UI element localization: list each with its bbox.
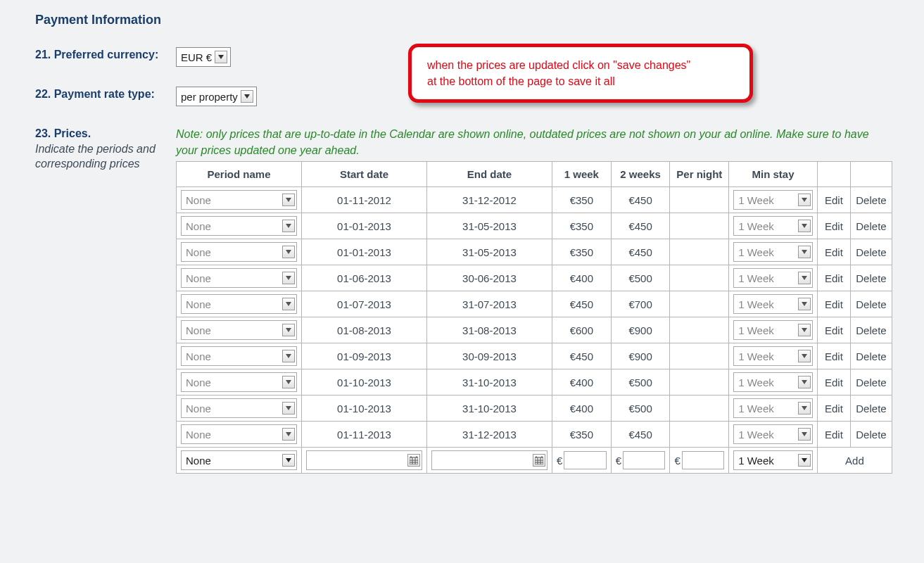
delete-link[interactable]: Delete [850,317,892,343]
table-row: None01-07-201331-07-2013€450€7001 WeekEd… [177,291,892,317]
table-row: None01-11-201331-12-2013€350€4501 WeekEd… [177,422,892,448]
add-button[interactable]: Add [817,448,892,474]
price-pernight [670,422,729,448]
price-pernight-input[interactable] [682,451,724,469]
period-select[interactable]: None [181,268,297,288]
end-date: 31-10-2013 [426,396,552,422]
minstay-value: 1 Week [738,246,774,258]
svg-rect-30 [535,457,543,464]
save-changes-callout: when the prices are updated click on "sa… [408,44,753,103]
delete-link[interactable]: Delete [850,369,892,396]
edit-link[interactable]: Edit [817,369,850,396]
period-select[interactable]: None [181,190,297,210]
minstay-value: 1 Week [738,455,774,467]
delete-link[interactable]: Delete [850,265,892,291]
edit-link[interactable]: Edit [817,343,850,369]
period-select[interactable]: None [181,424,297,444]
th-edit [817,162,850,187]
svg-marker-6 [286,250,291,254]
ratetype-select[interactable]: per property [176,87,257,106]
minstay-select[interactable]: 1 Week [733,190,813,210]
table-row: None01-09-201330-09-2013€450€9001 WeekEd… [177,343,892,369]
edit-link[interactable]: Edit [817,291,850,317]
minstay-select[interactable]: 1 Week [733,268,813,288]
calendar-icon[interactable] [407,454,420,467]
ratetype-value: per property [181,91,238,103]
price-1week-input[interactable] [564,451,606,469]
period-select[interactable]: None [181,294,297,314]
minstay-select[interactable]: 1 Week [733,424,813,444]
period-value: None [186,246,211,258]
start-date-input[interactable] [310,454,407,467]
period-select[interactable]: None [181,398,297,418]
period-select[interactable]: None [181,216,297,236]
table-row: None01-10-201331-10-2013€400€5001 WeekEd… [177,369,892,396]
edit-link[interactable]: Edit [817,317,850,343]
delete-link[interactable]: Delete [850,396,892,422]
chevron-down-icon [282,272,295,284]
chevron-down-icon [282,324,295,336]
period-select[interactable]: None [181,320,297,340]
section-title: Payment Information [35,13,924,27]
edit-link[interactable]: Edit [817,396,850,422]
price-2weeks: €450 [611,187,670,213]
svg-marker-16 [286,380,291,384]
svg-marker-12 [286,328,291,332]
minstay-select[interactable]: 1 Week [733,294,813,314]
minstay-select[interactable]: 1 Week [733,372,813,392]
delete-link[interactable]: Delete [850,343,892,369]
delete-link[interactable]: Delete [850,187,892,213]
end-date-input[interactable] [435,454,533,467]
minstay-value: 1 Week [738,220,774,232]
edit-link[interactable]: Edit [817,213,850,239]
chevron-down-icon [798,350,811,362]
svg-marker-13 [802,328,807,332]
chevron-down-icon [798,428,811,441]
minstay-select[interactable]: 1 Week [733,346,813,366]
minstay-select[interactable]: 1 Week [733,216,813,236]
delete-link[interactable]: Delete [850,291,892,317]
end-date: 31-12-2012 [426,187,552,213]
delete-link[interactable]: Delete [850,213,892,239]
currency-symbol: € [557,455,562,467]
chevron-down-icon [282,298,295,310]
prices-label-text: 23. Prices. [35,127,91,139]
period-value: None [186,377,211,388]
minstay-select[interactable]: 1 Week [733,242,813,262]
period-select[interactable]: None [181,346,297,366]
price-2weeks-input[interactable] [623,451,665,469]
currency-select[interactable]: EUR € [176,47,231,67]
table-row: None01-06-201330-06-2013€400€5001 WeekEd… [177,265,892,291]
start-date: 01-11-2013 [301,422,426,448]
period-value: None [186,298,211,310]
edit-link[interactable]: Edit [817,187,850,213]
minstay-select[interactable]: 1 Week [733,320,813,340]
price-1week: €400 [552,396,611,422]
minstay-value: 1 Week [738,324,774,336]
svg-marker-5 [802,224,807,228]
price-1week: €400 [552,369,611,396]
delete-link[interactable]: Delete [850,422,892,448]
period-select[interactable]: None [181,372,297,392]
table-row: None01-01-201331-05-2013€350€4501 WeekEd… [177,239,892,265]
chevron-down-icon [798,220,811,232]
period-select[interactable]: None [181,450,297,470]
price-2weeks: €450 [611,213,670,239]
currency-symbol: € [674,455,680,467]
minstay-select[interactable]: 1 Week [733,398,813,418]
table-row: None01-01-201331-05-2013€350€4501 WeekEd… [177,213,892,239]
svg-marker-4 [286,224,291,228]
end-date: 30-09-2013 [426,343,552,369]
chevron-down-icon [798,402,811,415]
calendar-icon[interactable] [533,454,545,467]
th-night: Per night [670,162,729,187]
period-select[interactable]: None [181,242,297,262]
minstay-select[interactable]: 1 Week [733,450,813,470]
edit-link[interactable]: Edit [817,265,850,291]
prices-label: 23. Prices. Indicate the periods and cor… [35,126,176,172]
edit-link[interactable]: Edit [817,422,850,448]
delete-link[interactable]: Delete [850,239,892,265]
edit-link[interactable]: Edit [817,239,850,265]
chevron-down-icon [798,298,811,310]
th-start: Start date [301,162,426,187]
